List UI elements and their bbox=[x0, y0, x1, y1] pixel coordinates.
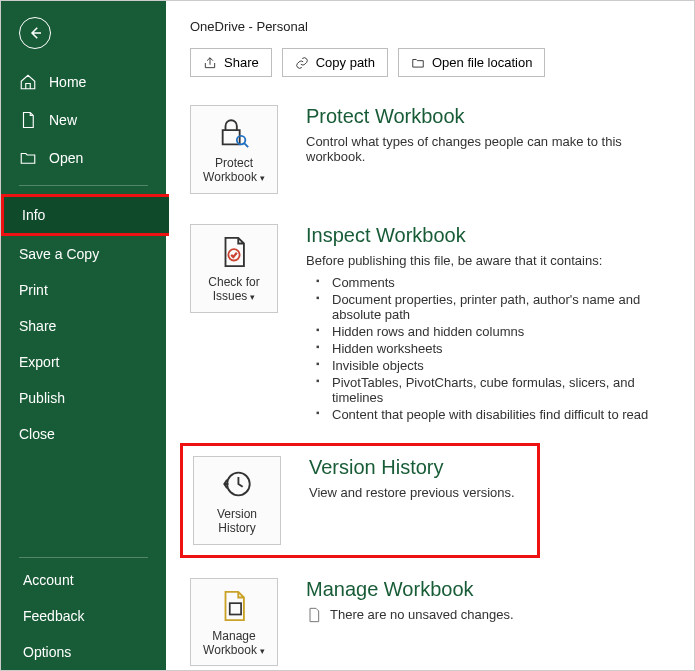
sidebar-item-open[interactable]: Open bbox=[1, 139, 166, 177]
section-title: Inspect Workbook bbox=[306, 224, 670, 247]
document-small-icon bbox=[306, 607, 322, 623]
version-history-section: Version History Version History View and… bbox=[180, 443, 540, 558]
svg-rect-3 bbox=[230, 603, 241, 614]
section-desc: Before publishing this file, be aware th… bbox=[306, 253, 670, 268]
sidebar-item-options[interactable]: Options bbox=[1, 634, 166, 670]
sidebar-item-label: Open bbox=[49, 150, 83, 166]
sidebar-item-new[interactable]: New bbox=[1, 101, 166, 139]
folder-open-icon bbox=[19, 149, 37, 167]
link-icon bbox=[295, 56, 309, 70]
share-button[interactable]: Share bbox=[190, 48, 272, 77]
document-check-icon bbox=[217, 235, 251, 269]
section-title: Version History bbox=[309, 456, 527, 479]
sidebar-item-feedback[interactable]: Feedback bbox=[1, 598, 166, 634]
back-button[interactable] bbox=[19, 17, 51, 49]
sidebar-item-home[interactable]: Home bbox=[1, 63, 166, 101]
list-item: Comments bbox=[306, 274, 670, 291]
protect-workbook-section: Protect Workbook▾ Protect Workbook Contr… bbox=[190, 105, 670, 194]
tile-label: Manage Workbook bbox=[203, 629, 257, 657]
section-title: Protect Workbook bbox=[306, 105, 670, 128]
check-for-issues-tile[interactable]: Check for Issues▾ bbox=[190, 224, 278, 313]
button-label: Open file location bbox=[432, 55, 532, 70]
folder-icon bbox=[411, 56, 425, 70]
chevron-down-icon: ▾ bbox=[260, 646, 265, 656]
sidebar-item-account[interactable]: Account bbox=[1, 562, 166, 598]
sidebar-item-save-a-copy[interactable]: Save a Copy bbox=[1, 236, 166, 272]
tile-label: Protect Workbook bbox=[203, 156, 257, 184]
inspect-list: Comments Document properties, printer pa… bbox=[306, 274, 670, 423]
share-icon bbox=[203, 56, 217, 70]
chevron-down-icon: ▾ bbox=[250, 292, 255, 302]
section-desc: View and restore previous versions. bbox=[309, 485, 527, 500]
section-desc: There are no unsaved changes. bbox=[330, 607, 514, 622]
button-label: Copy path bbox=[316, 55, 375, 70]
sidebar-item-label: Print bbox=[19, 282, 48, 298]
open-file-location-button[interactable]: Open file location bbox=[398, 48, 545, 77]
sidebar-item-label: Info bbox=[22, 207, 45, 223]
sidebar-item-label: Export bbox=[19, 354, 59, 370]
main-panel: OneDrive - Personal Share Copy path Open… bbox=[166, 1, 694, 670]
manage-workbook-section: Manage Workbook▾ Manage Workbook There a… bbox=[190, 578, 670, 667]
list-item: Hidden rows and hidden columns bbox=[306, 323, 670, 340]
sidebar: Home New Open Info Save a Copy Print Sha… bbox=[1, 1, 166, 670]
list-item: Document properties, printer path, autho… bbox=[306, 291, 670, 323]
divider bbox=[19, 185, 148, 186]
sidebar-item-share[interactable]: Share bbox=[1, 308, 166, 344]
tile-label: Version History bbox=[200, 507, 274, 536]
chevron-down-icon: ▾ bbox=[260, 173, 265, 183]
sidebar-item-publish[interactable]: Publish bbox=[1, 380, 166, 416]
sidebar-item-info[interactable]: Info bbox=[1, 194, 169, 236]
button-label: Share bbox=[224, 55, 259, 70]
sidebar-item-export[interactable]: Export bbox=[1, 344, 166, 380]
sidebar-item-label: Account bbox=[23, 572, 74, 588]
arrow-left-icon bbox=[26, 24, 44, 42]
copy-path-button[interactable]: Copy path bbox=[282, 48, 388, 77]
list-item: PivotTables, PivotCharts, cube formulas,… bbox=[306, 374, 670, 406]
section-desc: Control what types of changes people can… bbox=[306, 134, 670, 164]
sidebar-item-close[interactable]: Close bbox=[1, 416, 166, 452]
sidebar-item-label: Save a Copy bbox=[19, 246, 99, 262]
divider bbox=[19, 557, 148, 558]
inspect-workbook-section: Check for Issues▾ Inspect Workbook Befor… bbox=[190, 224, 670, 423]
version-history-tile[interactable]: Version History bbox=[193, 456, 281, 545]
history-icon bbox=[220, 467, 254, 501]
home-icon bbox=[19, 73, 37, 91]
list-item: Hidden worksheets bbox=[306, 340, 670, 357]
new-file-icon bbox=[19, 111, 37, 129]
sidebar-item-label: Share bbox=[19, 318, 56, 334]
document-manage-icon bbox=[217, 589, 251, 623]
breadcrumb: OneDrive - Personal bbox=[190, 19, 670, 34]
top-button-row: Share Copy path Open file location bbox=[190, 48, 670, 77]
sidebar-item-label: Publish bbox=[19, 390, 65, 406]
sidebar-item-label: Options bbox=[23, 644, 71, 660]
sidebar-item-print[interactable]: Print bbox=[1, 272, 166, 308]
sidebar-item-label: New bbox=[49, 112, 77, 128]
lock-search-icon bbox=[217, 116, 251, 150]
sidebar-item-label: Home bbox=[49, 74, 86, 90]
section-title: Manage Workbook bbox=[306, 578, 670, 601]
protect-workbook-tile[interactable]: Protect Workbook▾ bbox=[190, 105, 278, 194]
sidebar-item-label: Close bbox=[19, 426, 55, 442]
list-item: Content that people with disabilities fi… bbox=[306, 406, 670, 423]
manage-workbook-tile[interactable]: Manage Workbook▾ bbox=[190, 578, 278, 667]
sidebar-item-label: Feedback bbox=[23, 608, 84, 624]
list-item: Invisible objects bbox=[306, 357, 670, 374]
